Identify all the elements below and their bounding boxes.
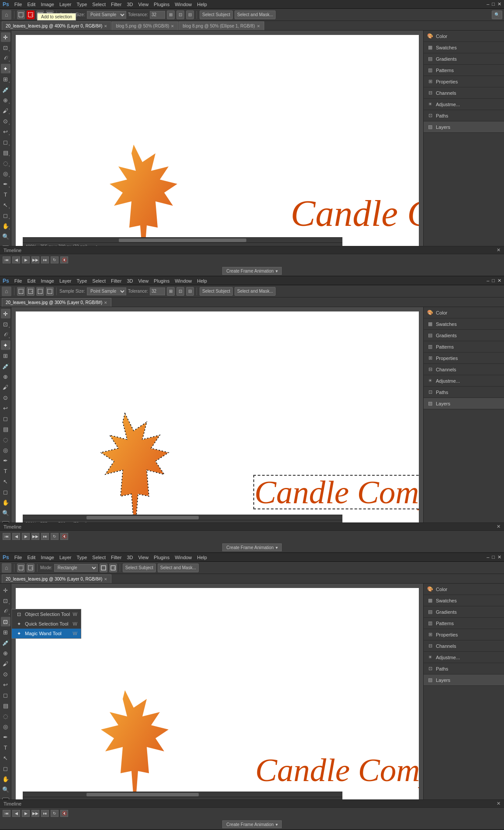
new-sel-btn-3[interactable] <box>100 564 107 572</box>
tl-skip-start[interactable]: ⏮ <box>3 256 10 263</box>
select-mask-button-2[interactable]: Select and Mask... <box>235 287 276 296</box>
tl2-loop[interactable]: ↻ <box>51 533 59 540</box>
eraser-tool-3[interactable]: ◻ <box>1 690 10 700</box>
brush-tool-2[interactable]: 🖌 <box>1 382 10 392</box>
eraser-tool-2[interactable]: ◻ <box>1 414 10 423</box>
tl3-skip-start[interactable]: ⏮ <box>3 810 10 817</box>
rp-swatches[interactable]: ▦ Swatches <box>424 42 504 53</box>
hand-tool-3[interactable]: ✋ <box>1 774 10 784</box>
clone-tool-2[interactable]: ⊙ <box>1 393 10 402</box>
crop-tool[interactable]: ⊞▾ <box>1 74 10 84</box>
tl3-next-frame[interactable]: ▶▶ <box>31 810 39 817</box>
path-select-tool-3[interactable]: ↖ <box>1 753 10 763</box>
contiguous-btn[interactable]: ⊡ <box>176 10 184 19</box>
clone-tool[interactable]: ⊙▾ <box>1 116 10 126</box>
rp2-paths[interactable]: ⊡ Paths <box>424 387 504 398</box>
gradient-tool-2[interactable]: ▤ <box>1 424 10 434</box>
magic-wand-tool[interactable]: ✦▾ <box>1 64 10 73</box>
eraser-tool[interactable]: ◻▾ <box>1 137 10 147</box>
menu-image-2[interactable]: Image <box>41 278 54 284</box>
tab-close-btn-2[interactable]: ✕ <box>104 301 107 305</box>
tl-audio[interactable]: 🔇 <box>60 256 68 263</box>
rp-layers[interactable]: ▨ Layers <box>424 121 504 133</box>
pen-tool-2[interactable]: ✒ <box>1 456 10 465</box>
menu-edit-3[interactable]: Edit <box>27 555 35 560</box>
history-tool-3[interactable]: ↩ <box>1 680 10 689</box>
magic-wand-tool-2[interactable]: ✦▾ <box>1 340 10 350</box>
heal-tool-3[interactable]: ⊕ <box>1 648 10 658</box>
scrollbar-h-1[interactable] <box>23 237 342 242</box>
tab-close-btn[interactable]: ✕ <box>171 24 174 28</box>
menu-3d[interactable]: 3D <box>127 2 133 7</box>
rp2-swatches[interactable]: ▦ Swatches <box>424 318 504 330</box>
rp-paths[interactable]: ⊡ Paths <box>424 110 504 121</box>
zoom-tool-2[interactable]: 🔍 <box>1 508 10 518</box>
antialiased-btn[interactable]: ⊞ <box>167 10 175 19</box>
sample-all-btn-2[interactable]: ⊟ <box>186 287 194 296</box>
lasso-tool[interactable]: 𝒪▾ <box>1 53 10 63</box>
rp3-paths[interactable]: ⊡ Paths <box>424 663 504 674</box>
tl-loop[interactable]: ↻ <box>51 256 59 263</box>
menu-view[interactable]: View <box>138 2 148 7</box>
create-frame-btn-3[interactable]: Create Frame Animation ▾ <box>222 820 281 828</box>
menu-plugins[interactable]: Plugins <box>154 2 169 7</box>
home-button-3[interactable]: ⌂ <box>2 563 11 573</box>
tl3-prev-frame[interactable]: ◀ <box>12 810 20 817</box>
rp3-gradients[interactable]: ▤ Gradients <box>424 606 504 618</box>
rp-properties[interactable]: ⊞ Properties <box>424 76 504 87</box>
tolerance-input[interactable] <box>150 11 165 19</box>
menu-window-3[interactable]: Window <box>175 555 192 560</box>
menu-file-3[interactable]: File <box>14 555 22 560</box>
tab-blog5[interactable]: blog 5.png @ 50% (RGB/8) ✕ <box>112 21 178 30</box>
text-tool-2[interactable]: T <box>1 466 10 476</box>
create-frame-dropdown-2[interactable]: ▾ <box>276 545 278 550</box>
eyedropper-tool-2[interactable]: 💉 <box>1 361 10 371</box>
menu-filter-3[interactable]: Filter <box>111 555 121 560</box>
select-mask-button[interactable]: Select and Mask... <box>235 10 276 19</box>
tl2-audio[interactable]: 🔇 <box>60 533 68 540</box>
tool-normal-btn[interactable] <box>17 10 25 19</box>
tl3-skip-end[interactable]: ⏭ <box>41 810 49 817</box>
tab-close-btn[interactable]: ✕ <box>257 24 260 28</box>
tool-add-btn-2[interactable]: + <box>27 287 35 296</box>
tl2-skip-end[interactable]: ⏭ <box>41 533 49 540</box>
shape-tool-2[interactable]: ◻ <box>1 487 10 497</box>
clone-tool-3[interactable]: ⊙ <box>1 669 10 679</box>
select-subject-button[interactable]: Select Subject <box>200 10 233 19</box>
window-close-2[interactable]: ✕ <box>497 278 501 284</box>
brush-tool-3[interactable]: 🖌 <box>1 659 10 668</box>
tl-prev-frame[interactable]: ◀ <box>12 256 20 263</box>
menu-view-2[interactable]: View <box>138 278 148 284</box>
tab-close-btn-3[interactable]: ✕ <box>104 577 107 581</box>
menu-window-2[interactable]: Window <box>175 278 192 284</box>
canvas-area-2[interactable]: Candle Comp 300% 755 px × 709 px (72 ppi… <box>11 307 423 544</box>
menu-filter[interactable]: Filter <box>111 2 121 7</box>
window-restore-2[interactable]: □ <box>492 278 495 284</box>
rp3-patterns[interactable]: ▥ Patterns <box>424 618 504 629</box>
window-minimize-2[interactable]: – <box>487 278 489 284</box>
menu-view-3[interactable]: View <box>138 555 148 560</box>
select-subject-button-3[interactable]: Select Subject <box>123 564 156 572</box>
tab-leaves-3[interactable]: 20_leaves_leaves.jpg @ 300% (Layer 0, RG… <box>2 574 111 583</box>
menu-file-2[interactable]: File <box>14 278 22 284</box>
object-selection-tool[interactable]: ⊡▾ <box>1 617 10 626</box>
menu-plugins-2[interactable]: Plugins <box>154 278 169 284</box>
create-frame-dropdown[interactable]: ▾ <box>276 269 278 273</box>
pen-tool[interactable]: ✒▾ <box>1 179 10 189</box>
selection-tool-2[interactable]: ⊡▾ <box>1 319 10 329</box>
canvas-area-1[interactable]: Candle C 400% 755 px × 709 px (72 ppi) ▶ <box>11 31 423 267</box>
rp-channels[interactable]: ⊟ Channels <box>424 87 504 99</box>
contiguous-btn-2[interactable]: ⊡ <box>176 287 184 296</box>
eyedropper-tool-3[interactable]: 💉 <box>1 638 10 647</box>
menu-type-3[interactable]: Type <box>77 555 87 560</box>
zoom-tool[interactable]: 🔍 <box>1 232 10 241</box>
rp2-layers[interactable]: ▨ Layers <box>424 398 504 409</box>
window-minimize-3[interactable]: – <box>487 554 489 560</box>
menu-3d-2[interactable]: 3D <box>127 278 133 284</box>
dodge-tool-3[interactable]: ◎ <box>1 722 10 731</box>
history-tool-2[interactable]: ↩ <box>1 403 10 413</box>
tool-normal-btn-3[interactable] <box>17 564 25 572</box>
gradient-tool-3[interactable]: ▤ <box>1 701 10 710</box>
scrollbar-h-thumb-2[interactable] <box>86 516 198 519</box>
rp2-channels[interactable]: ⊟ Channels <box>424 364 504 375</box>
